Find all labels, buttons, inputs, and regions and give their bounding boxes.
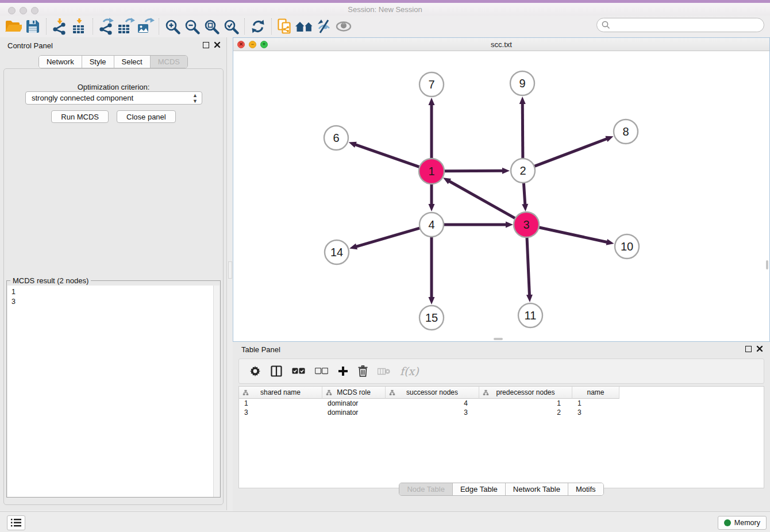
column-header-label: MCDS role [337,388,371,396]
control-panel-title: Control Panel [7,41,53,50]
show-all-icon[interactable] [334,17,353,36]
show-columns-icon[interactable] [271,365,282,377]
zoom-out-icon[interactable] [182,17,202,36]
graph-node-3[interactable]: 3 [514,212,539,237]
close-panel-button[interactable]: Close panel [117,110,176,123]
new-network-from-selection-icon[interactable] [275,17,295,36]
search-input-field[interactable] [613,21,764,29]
node-table[interactable]: shared nameMCDS rolesuccessor nodesprede… [238,386,764,488]
network-vscrollbar[interactable] [766,260,768,269]
search-input[interactable] [596,18,764,32]
network-canvas[interactable]: 7968124314101511 [233,51,769,341]
graph-node-11[interactable]: 11 [518,303,542,327]
export-network-icon[interactable] [97,17,116,36]
column-header-successor-nodes[interactable]: successor nodes [386,387,479,399]
close-table-panel-icon[interactable] [756,345,763,352]
graph-edge-4-15[interactable] [429,236,435,304]
criterion-dropdown[interactable]: strongly connected component ▲▼ [25,91,202,105]
create-column-plus-icon[interactable] [338,366,348,376]
graph-node-4[interactable]: 4 [419,213,444,237]
column-type-icon [242,390,249,396]
export-table-icon[interactable] [116,17,136,36]
graph-node-1[interactable]: 1 [419,159,444,184]
function-builder-fx-icon: f(x) [400,365,419,377]
graph-node-14[interactable]: 14 [325,240,349,264]
float-panel-icon[interactable] [203,42,209,48]
open-session-icon[interactable] [3,17,23,36]
graph-edge-1-2[interactable] [443,168,510,174]
toolbar-separator [46,18,47,34]
control-tab-network[interactable]: Network [39,56,82,68]
table-cell: 1 [572,399,619,408]
table-tab-edge-table[interactable]: Edge Table [453,483,506,495]
export-image-icon[interactable] [136,17,155,36]
save-session-icon[interactable] [23,17,43,36]
table-toolbar: f(x) [238,358,764,384]
zoom-in-icon[interactable] [163,17,182,36]
table-body: 1dominator4113dominator323 [239,399,764,417]
graph-edge-1-7[interactable] [429,98,435,160]
delete-trash-icon[interactable] [358,365,368,377]
graph-edge-2-9[interactable] [519,97,526,159]
network-window-titlebar: ✕ − + scc.txt [233,38,769,51]
graph-node-label: 2 [519,164,526,177]
select-all-icon[interactable] [292,368,305,375]
mcds-result-scrollbar[interactable] [213,286,220,497]
graph-edge-3-11[interactable] [526,236,533,302]
table-tab-network-table[interactable]: Network Table [506,483,568,495]
refresh-icon[interactable] [248,17,268,36]
memory-button[interactable]: Memory [718,516,767,530]
graph-node-2[interactable]: 2 [511,159,535,183]
column-header-label: predecessor nodes [496,388,555,396]
table-row[interactable]: 1dominator411 [239,399,764,408]
graph-edge-3-1[interactable] [443,178,517,219]
close-panel-icon[interactable] [214,41,221,48]
control-tab-select[interactable]: Select [114,56,151,68]
control-panel-tabs: NetworkStyleSelectMCDS [0,55,226,68]
control-tab-style[interactable]: Style [82,56,114,68]
graph-edge-2-3[interactable] [522,182,528,211]
zoom-selected-icon[interactable] [221,17,241,36]
graph-edge-3-10[interactable] [538,227,614,245]
deselect-all-icon[interactable] [315,368,328,375]
mcds-result-list[interactable]: 13 [7,286,214,497]
column-header-shared-name[interactable]: shared name [239,387,322,399]
import-network-icon[interactable] [50,17,70,36]
column-header-predecessor-nodes[interactable]: predecessor nodes [479,387,572,399]
table-tab-node-table[interactable]: Node Table [399,483,453,495]
graph-node-label: 8 [622,125,629,138]
table-header-row: shared nameMCDS rolesuccessor nodesprede… [239,387,764,399]
panel-splitter[interactable] [228,261,232,279]
graph-node-15[interactable]: 15 [419,306,444,330]
column-header-name[interactable]: name [572,387,619,399]
graph-edge-4-3[interactable] [443,222,513,228]
run-mcds-button[interactable]: Run MCDS [51,110,109,123]
mcds-panel: Optimization criterion: strongly connect… [3,68,224,505]
float-table-panel-icon[interactable] [745,346,752,352]
network-view-window: ✕ − + scc.txt 7968124314101511 [233,37,770,342]
table-row[interactable]: 3dominator323 [239,408,764,417]
graph-edge-1-4[interactable] [429,183,435,211]
hide-selected-icon[interactable] [314,17,334,36]
control-tab-mcds[interactable]: MCDS [151,56,187,68]
graph-node-10[interactable]: 10 [615,234,639,259]
table-tab-motifs[interactable]: Motifs [568,483,603,495]
status-bar: Memory [0,511,770,532]
graph-node-7[interactable]: 7 [419,72,444,97]
graph-node-9[interactable]: 9 [510,71,534,95]
table-tabs: Node TableEdge TableNetwork TableMotifs [233,483,770,496]
graph-edge-4-14[interactable] [349,228,421,250]
column-header-MCDS-role[interactable]: MCDS role [322,387,386,399]
graph-edge-2-8[interactable] [534,136,614,167]
task-history-button[interactable] [7,515,25,530]
table-cell: 3 [386,408,479,417]
graph-node-6[interactable]: 6 [324,126,348,150]
graph-node-8[interactable]: 8 [614,119,638,144]
import-table-icon[interactable] [70,17,89,36]
network-hscrollbar[interactable] [494,338,503,340]
column-header-label: shared name [260,388,301,396]
graph-edge-1-6[interactable] [349,142,421,168]
fit-content-icon[interactable] [202,17,221,36]
table-settings-gear-icon[interactable] [249,365,261,377]
first-neighbors-icon[interactable] [295,17,314,36]
